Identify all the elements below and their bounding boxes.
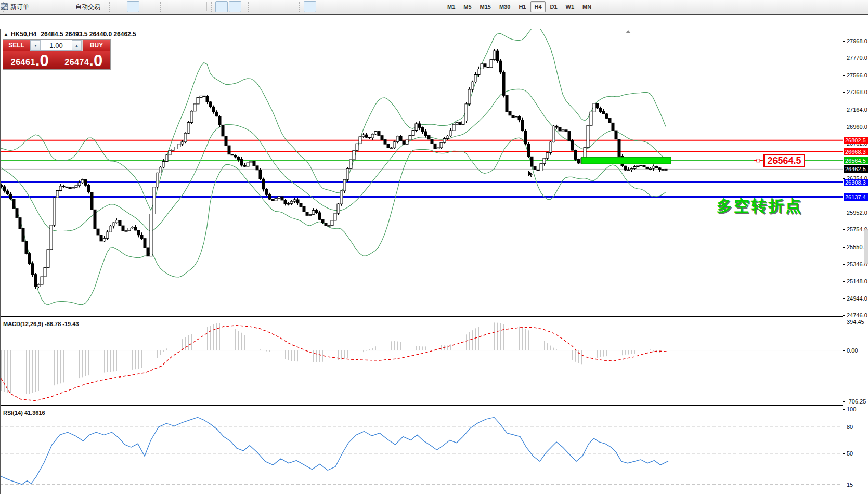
sell-price[interactable]: 26461 .0 <box>3 51 57 69</box>
toolbar-grip <box>299 2 302 12</box>
text-tool-button[interactable]: A <box>398 1 411 12</box>
chart-title: ▲ HK50,H4 26484.5 26493.5 26440.0 26462.… <box>4 31 136 38</box>
axis-tick <box>843 247 845 248</box>
axis-tick <box>843 281 845 282</box>
toolbar-grip <box>160 2 162 12</box>
arrows-tool-button[interactable] <box>425 1 438 12</box>
main-chart <box>0 29 843 316</box>
zoom-out-button[interactable] <box>178 1 190 12</box>
profiles-button[interactable] <box>45 1 58 12</box>
price-tag-26564.5: 26564.5 <box>844 157 868 164</box>
price-tag-26668.3: 26668.3 <box>844 148 868 155</box>
price-tag-26308.3: 26308.3 <box>844 179 868 186</box>
macd-label: MACD(12,26,9) -86.78 -19.43 <box>3 321 79 327</box>
price-tag-26802.5: 26802.5 <box>844 137 868 144</box>
axis-tick-label: 24746.0 <box>847 312 867 318</box>
sell-price-main: 26461 <box>11 58 35 67</box>
sell-button[interactable]: SELL <box>3 40 30 51</box>
broadcast-button[interactable] <box>59 1 71 12</box>
axis-tick <box>843 401 845 402</box>
timeframe-h4-button[interactable]: H4 <box>530 1 545 12</box>
axis-tick <box>843 127 845 127</box>
new-order-label: 新订单 <box>10 3 29 11</box>
text-label-tool-button[interactable]: T <box>412 1 424 12</box>
chart-shift-marker-icon[interactable] <box>626 30 631 33</box>
auto-trading-button[interactable]: 自动交易 <box>72 1 102 12</box>
equidistant-channel-tool-button[interactable]: E <box>371 1 384 12</box>
timeframe-m30-button[interactable]: M30 <box>496 1 514 12</box>
timeframe-m1-button[interactable]: M1 <box>444 1 459 12</box>
window-border <box>0 29 1 494</box>
macd-axis-label: 394.45 <box>847 319 864 325</box>
toolbar-grip <box>109 2 111 12</box>
volume-input[interactable] <box>41 40 72 50</box>
toolbar-right-icons <box>840 1 867 12</box>
panel-splitter[interactable] <box>0 318 868 318</box>
cursor-tool-button[interactable] <box>304 1 316 12</box>
line-chart-mode-button[interactable] <box>140 1 153 12</box>
volume-stepper: ▼ ▲ <box>30 40 82 51</box>
chart-window: ▲ HK50,H4 26484.5 26493.5 26440.0 26462.… <box>0 14 868 494</box>
main-toolbar: 新订单自动交易EFATM1M5M15M30H1H4D1W1MN <box>0 0 868 14</box>
rsi-axis-label: 80 <box>847 424 853 430</box>
axis-tick <box>843 41 845 42</box>
timeframe-w1-button[interactable]: W1 <box>562 1 578 12</box>
chat-icon <box>0 3 8 11</box>
panel-splitter[interactable] <box>0 405 868 406</box>
volume-increase-button[interactable]: ▲ <box>72 40 82 50</box>
axis-tick <box>843 315 845 316</box>
macd-histogram <box>2 322 666 395</box>
toolbar-separator <box>244 2 244 11</box>
axis-tick <box>843 485 845 485</box>
axis-tick <box>843 58 845 58</box>
axis-tick-label: 27566.0 <box>847 72 867 79</box>
rsi-axis-label: 15 <box>847 482 853 488</box>
flag-anchor-handle[interactable] <box>757 159 760 162</box>
crosshair-tool-button[interactable] <box>317 1 330 12</box>
buy-price-main: 26474 <box>64 58 89 67</box>
panel-splitter[interactable] <box>0 407 868 407</box>
axis-tick <box>843 264 845 265</box>
bar-chart-mode-button[interactable] <box>113 1 126 12</box>
trendline-tool-button[interactable] <box>358 1 370 12</box>
fibonacci-tool-button[interactable]: F <box>385 1 397 12</box>
buy-button[interactable]: BUY <box>82 40 110 51</box>
collapse-triangle-icon[interactable]: ▲ <box>4 32 8 37</box>
highlight-rectangle[interactable] <box>581 157 671 164</box>
panel-splitter[interactable] <box>0 316 868 317</box>
axis-tick <box>843 322 845 322</box>
community-chat-button[interactable] <box>854 1 866 12</box>
price-tag-26462.5: 26462.5 <box>844 165 868 173</box>
highlight-button[interactable] <box>32 1 44 12</box>
timeframe-m5-button[interactable]: M5 <box>460 1 475 12</box>
tile-windows-button[interactable] <box>191 1 204 12</box>
zoom-in-button[interactable] <box>164 1 177 12</box>
auto-scroll-button[interactable] <box>215 1 228 12</box>
axis-tick <box>843 350 845 351</box>
macd-axis-label: -706.25 <box>847 398 866 405</box>
candlestick-mode-button[interactable] <box>127 1 139 12</box>
volume-decrease-button[interactable]: ▼ <box>31 40 41 50</box>
rsi-axis-label: 100 <box>847 406 856 412</box>
horizontal-line-tool-button[interactable] <box>344 1 357 12</box>
price-tag-26137.4: 26137.4 <box>844 193 868 201</box>
search-button[interactable] <box>840 1 853 12</box>
add-indicator-button[interactable] <box>253 1 265 12</box>
rsi-label: RSI(14) 41.3616 <box>3 410 45 416</box>
price-level-flag[interactable]: 26564.5 <box>763 154 805 167</box>
buy-price[interactable]: 26474 .0 <box>57 51 111 69</box>
timeframe-h1-button[interactable]: H1 <box>515 1 529 12</box>
chart-shift-button[interactable] <box>229 1 241 12</box>
ohlc-values: 26484.5 26493.5 26440.0 26462.5 <box>41 31 136 38</box>
new-order-button[interactable]: 新订单 <box>7 1 31 12</box>
timeframe-d1-button[interactable]: D1 <box>547 1 561 12</box>
vertical-line-tool-button[interactable] <box>331 1 343 12</box>
timeframe-mn-button[interactable]: MN <box>579 1 595 12</box>
periods-menu-button[interactable] <box>266 1 279 12</box>
scrollbar-thumb[interactable] <box>864 229 868 264</box>
templates-menu-button[interactable] <box>280 1 292 12</box>
text-annotation[interactable]: 多空转折点 <box>717 196 802 217</box>
bollinger-bands <box>1 29 666 305</box>
toolbar-grip <box>248 2 251 12</box>
timeframe-m15-button[interactable]: M15 <box>476 1 495 12</box>
